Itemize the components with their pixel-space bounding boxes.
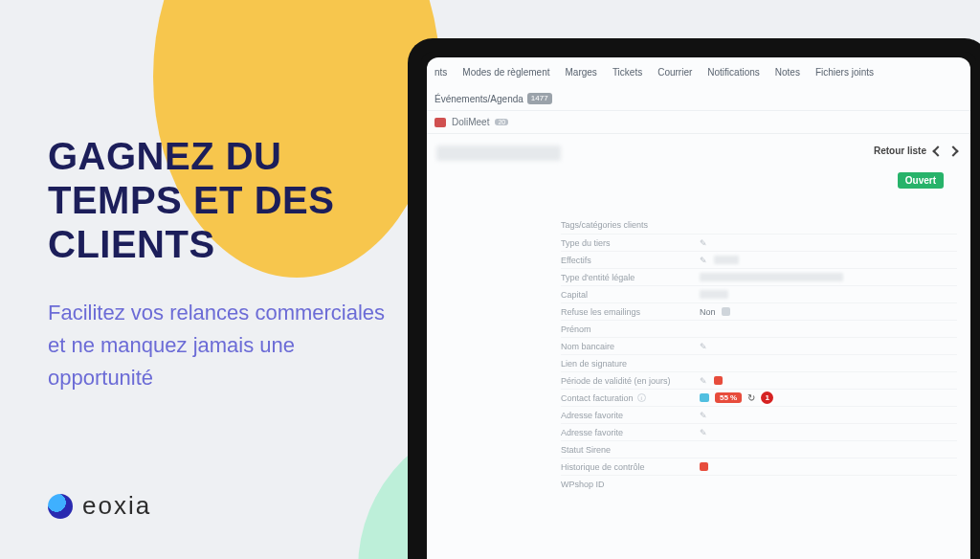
brand-logo-text: eoxia — [82, 491, 151, 521]
blurred-value — [700, 273, 843, 281]
field-row: Type du tiers — [561, 234, 957, 251]
field-label: Effectifs — [561, 256, 700, 265]
blurred-value — [714, 256, 739, 264]
field-value — [700, 256, 739, 264]
pencil-icon[interactable] — [700, 428, 708, 436]
cyan-square-icon — [700, 393, 709, 402]
dolimeet-count: 20 — [495, 119, 508, 125]
reload-icon[interactable]: ↻ — [747, 392, 755, 403]
pencil-icon[interactable] — [700, 411, 708, 419]
subheadline: Facilitez vos relances commerciales et n… — [48, 297, 392, 394]
back-to-list[interactable]: Retour liste — [874, 145, 957, 156]
field-text: Non — [700, 307, 716, 317]
field-value — [700, 411, 708, 419]
field-label: Nom bancaire — [561, 342, 700, 351]
red-square-icon — [714, 376, 723, 385]
field-row: Contact facturationi55 %↻1 — [561, 389, 957, 406]
tab-events-count: 1477 — [527, 93, 552, 104]
field-label: Statut Sirene — [561, 445, 700, 455]
top-tabs: ntsModes de règlementMargesTicketsCourri… — [427, 57, 970, 111]
pencil-icon[interactable] — [700, 342, 708, 350]
info-icon[interactable]: i — [637, 393, 646, 402]
back-label: Retour liste — [874, 145, 926, 156]
brand-logo-mark — [48, 494, 73, 519]
field-row: Tags/catégories clients — [561, 216, 957, 234]
field-row: Lien de signature — [561, 354, 957, 371]
app-screen: ntsModes de règlementMargesTicketsCourri… — [427, 57, 970, 559]
secondary-tabs: DoliMeet 20 — [427, 111, 970, 134]
tab-4[interactable]: Courrier — [657, 67, 692, 78]
tab-events[interactable]: Événements/Agenda 1477 — [434, 93, 552, 104]
field-row: Adresse favorite — [561, 406, 957, 423]
people-icon — [434, 118, 446, 127]
field-label: Refuse les emailings — [561, 307, 700, 317]
blurred-value — [700, 290, 728, 299]
field-row: Statut Sirene — [561, 440, 957, 458]
tab-7[interactable]: Fichiers joints — [815, 67, 874, 78]
tab-events-label: Événements/Agenda — [434, 94, 523, 104]
field-value — [700, 342, 708, 350]
field-value — [700, 428, 708, 436]
field-label: Période de validité (en jours) — [561, 376, 700, 386]
status-badge: Ouvert — [898, 172, 944, 189]
field-table: Tags/catégories clientsType du tiersEffe… — [427, 216, 970, 492]
field-value: 55 %↻1 — [700, 391, 773, 404]
tab-0[interactable]: nts — [434, 67, 447, 78]
pencil-icon[interactable] — [700, 238, 708, 247]
record-title-blurred — [436, 145, 561, 161]
field-label: Capital — [561, 290, 700, 300]
field-label: Type d'entité légale — [561, 273, 700, 282]
field-label: Lien de signature — [561, 359, 700, 369]
chevron-left-icon[interactable] — [932, 145, 943, 156]
field-label: WPshop ID — [561, 480, 700, 489]
dolimeet-tab[interactable]: DoliMeet — [452, 117, 489, 127]
tab-2[interactable]: Marges — [566, 67, 597, 78]
field-row: Effectifs — [561, 251, 957, 268]
alert-count-badge: 1 — [761, 391, 773, 404]
field-row: Refuse les emailingsNon — [561, 302, 957, 320]
field-value — [700, 238, 708, 247]
field-label: Type du tiers — [561, 238, 700, 248]
field-row: Capital — [561, 285, 957, 302]
headline: GAGNEZ DU TEMPS ET DES CLIENTS — [48, 134, 392, 266]
field-value — [700, 376, 723, 385]
laptop-frame: ntsModes de règlementMargesTicketsCourri… — [408, 38, 980, 559]
field-label: Contact facturationi — [561, 393, 700, 403]
brand-logo: eoxia — [48, 491, 151, 521]
field-row: WPshop ID — [561, 475, 957, 492]
record-header: Retour liste — [427, 134, 970, 168]
field-label: Adresse favorite — [561, 411, 700, 420]
percent-badge: 55 % — [715, 392, 742, 403]
field-value — [700, 462, 708, 471]
red-square-icon — [700, 462, 708, 471]
pencil-icon[interactable] — [700, 256, 708, 264]
tab-1[interactable]: Modes de règlement — [462, 67, 549, 78]
field-label: Tags/catégories clients — [561, 220, 700, 230]
pencil-icon[interactable] — [700, 376, 708, 385]
field-value — [700, 273, 843, 281]
chevron-right-icon[interactable] — [947, 145, 958, 156]
field-row: Adresse favorite — [561, 423, 957, 440]
marketing-panel: GAGNEZ DU TEMPS ET DES CLIENTS Facilitez… — [48, 134, 392, 394]
field-label: Adresse favorite — [561, 428, 700, 437]
field-row: Nom bancaire — [561, 337, 957, 354]
grey-square-icon — [722, 307, 730, 316]
tab-5[interactable]: Notifications — [707, 67, 759, 78]
field-row: Type d'entité légale — [561, 268, 957, 285]
field-value: Non — [700, 307, 730, 317]
field-row: Prénom — [561, 320, 957, 337]
field-row: Historique de contrôle — [561, 458, 957, 475]
field-row: Période de validité (en jours) — [561, 371, 957, 389]
tab-3[interactable]: Tickets — [612, 67, 642, 78]
field-label: Historique de contrôle — [561, 462, 700, 472]
field-value — [700, 290, 728, 299]
tab-6[interactable]: Notes — [775, 67, 800, 78]
field-label: Prénom — [561, 324, 700, 334]
